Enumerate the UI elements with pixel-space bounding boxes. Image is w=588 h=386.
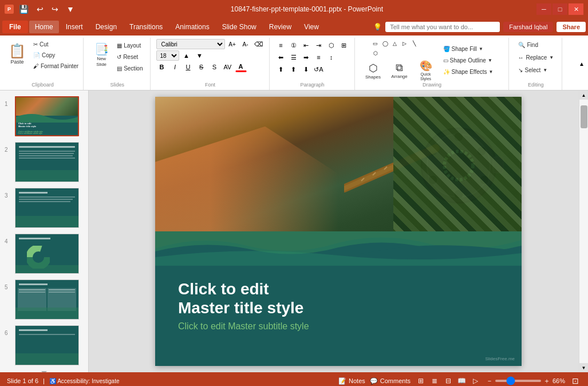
slide-thumbnail-1[interactable]: 1 Click to editMaster title style Click … [3, 95, 85, 137]
slide-thumbnail-2[interactable]: 2 [3, 141, 85, 183]
find-button[interactable]: 🔍 Find [515, 39, 558, 50]
numbering-button[interactable]: ① [288, 40, 299, 50]
shape-outline-button[interactable]: ▭ Shape Outline ▼ [441, 56, 504, 66]
slide-subtitle[interactable]: Click to edit Master subtitle style [178, 321, 309, 332]
maximize-button[interactable]: □ [553, 3, 567, 15]
font-size-select[interactable]: 18 [156, 50, 179, 61]
transitions-tab[interactable]: Transitions [124, 21, 168, 33]
align-right-button[interactable]: ➡ [301, 52, 312, 62]
text-direction-button[interactable]: ↺A [313, 64, 325, 74]
underline-button[interactable]: U [183, 62, 194, 72]
increase-size-button[interactable]: ▲ [181, 50, 192, 61]
slide-thumbnail-4[interactable]: 4 [3, 233, 85, 275]
align-top-button[interactable]: ⬆ [275, 64, 287, 74]
decrease-indent-button[interactable]: ⇤ [301, 40, 312, 50]
slide-editing-area[interactable]: Click to edit Master title style Click t… [89, 90, 588, 372]
line-spacing-button[interactable]: ↕ [326, 52, 337, 62]
fit-slide-button[interactable]: ⊡ [570, 375, 581, 386]
spacing-button[interactable]: AV [222, 62, 234, 72]
accessibility-button[interactable]: ♿ Accessibility: Investigate [49, 378, 120, 384]
layout-button[interactable]: ▦ Layout [115, 40, 145, 50]
normal-view-button[interactable]: ⊞ [415, 375, 427, 386]
tell-me-search[interactable] [385, 22, 500, 32]
columns-button[interactable]: ⊞ [338, 40, 350, 50]
section-button[interactable]: ▤ Section [115, 63, 145, 73]
scroll-down-button[interactable]: ▼ [579, 363, 589, 372]
file-menu[interactable]: File [2, 21, 28, 33]
shape-3[interactable]: △ [390, 39, 400, 48]
increase-indent-button[interactable]: ⇥ [313, 40, 325, 50]
shape-fill-dropdown-icon[interactable]: ▼ [479, 46, 483, 52]
paste-button[interactable]: 📋 Paste [5, 39, 30, 69]
notes-button[interactable]: 📝 Notes [338, 377, 365, 385]
vertical-scrollbar[interactable]: ▲ ▼ [579, 90, 588, 372]
review-tab[interactable]: Review [263, 21, 297, 33]
user-account-button[interactable]: Farshad Iqbal [503, 22, 553, 32]
replace-button[interactable]: ↔ Replace ▼ [515, 52, 558, 63]
close-button[interactable]: ✕ [569, 3, 583, 15]
outline-view-button[interactable]: ≣ [429, 375, 440, 386]
undo-button[interactable]: ↩ [34, 3, 46, 15]
replace-dropdown-icon[interactable]: ▼ [549, 55, 554, 60]
clear-format-button[interactable]: ⌫ [253, 39, 265, 49]
decrease-size-button[interactable]: ▼ [194, 50, 206, 61]
shadow-button[interactable]: S [209, 62, 220, 72]
align-left-button[interactable]: ⬅ [275, 52, 287, 62]
shapes-button[interactable]: ⬡ Shapes [361, 59, 386, 82]
align-center-button[interactable]: ☰ [288, 52, 299, 62]
slide-sorter-button[interactable]: ⊟ [443, 375, 454, 386]
smart-art-button[interactable]: ⬡ [326, 40, 337, 50]
select-button[interactable]: ↘ Select ▼ [515, 64, 558, 76]
align-middle-button[interactable]: ⬆ [288, 64, 299, 74]
reset-button[interactable]: ↺ Reset [115, 52, 145, 62]
new-slide-button[interactable]: 📑 NewSlide [89, 40, 113, 70]
slide-main-title[interactable]: Click to edit Master title style [178, 279, 309, 318]
arrange-button[interactable]: ⧉ Arrange [387, 59, 412, 82]
slide-thumbnail-5[interactable]: 5 [3, 278, 85, 321]
slide-thumbnail-6[interactable]: 6 [3, 324, 85, 367]
italic-button[interactable]: I [169, 62, 181, 72]
cut-button[interactable]: ✂ Cut [31, 39, 81, 49]
scrollbar-thumb[interactable] [581, 105, 587, 128]
shape-2[interactable]: ◯ [381, 39, 390, 48]
shape-outline-dropdown-icon[interactable]: ▼ [488, 58, 492, 63]
comments-button[interactable]: 💬 Comments [370, 377, 411, 385]
justify-button[interactable]: ≡ [313, 52, 325, 62]
shape-1[interactable]: ▭ [371, 39, 380, 48]
presenter-view-button[interactable]: ▷ [470, 375, 482, 386]
save-button[interactable]: 💾 [16, 3, 31, 15]
insert-tab[interactable]: Insert [60, 21, 89, 33]
shape-6[interactable]: ⬡ [371, 49, 380, 58]
slide-canvas[interactable]: Click to edit Master title style Click t… [155, 97, 522, 366]
select-dropdown-icon[interactable]: ▼ [543, 68, 547, 73]
font-color-button[interactable]: A [235, 62, 247, 72]
animations-tab[interactable]: Animations [169, 21, 215, 33]
redo-button[interactable]: ↪ [49, 3, 61, 15]
share-button[interactable]: Share [557, 22, 586, 32]
font-family-select[interactable]: Calibri [156, 39, 225, 49]
reading-view-button[interactable]: 📖 [456, 375, 468, 386]
bullets-button[interactable]: ≡ [275, 40, 287, 50]
shape-4[interactable]: ▷ [400, 39, 409, 48]
shape-fill-button[interactable]: 🪣 Shape Fill ▼ [441, 44, 504, 54]
scroll-up-button[interactable]: ▲ [579, 90, 589, 100]
slide-thumbnail-3[interactable]: 3 [3, 187, 85, 229]
slide-show-tab[interactable]: Slide Show [216, 21, 262, 33]
bold-button[interactable]: B [156, 62, 168, 72]
ribbon-collapse-button[interactable]: ▲ [578, 38, 586, 90]
decrease-font-button[interactable]: A- [240, 39, 251, 49]
minimize-button[interactable]: ─ [536, 3, 551, 15]
view-tab[interactable]: View [298, 21, 325, 33]
design-tab[interactable]: Design [90, 21, 123, 33]
slide-text-container[interactable]: Click to edit Master title style Click t… [178, 279, 309, 332]
align-bottom-button[interactable]: ⬇ [301, 64, 312, 74]
customize-qat-button[interactable]: ▼ [64, 3, 77, 15]
shape-effects-button[interactable]: ✨ Shape Effects ▼ [441, 67, 504, 77]
zoom-in-button[interactable]: ＋ [543, 376, 550, 386]
increase-font-button[interactable]: A+ [227, 39, 238, 49]
quick-styles-button[interactable]: 🎨 QuickStyles [413, 59, 439, 82]
strikethrough-button[interactable]: S [196, 62, 207, 72]
zoom-slider[interactable] [495, 380, 541, 382]
format-painter-button[interactable]: 🖌 Format Painter [31, 61, 81, 71]
shape-5[interactable]: ╲ [410, 39, 419, 48]
